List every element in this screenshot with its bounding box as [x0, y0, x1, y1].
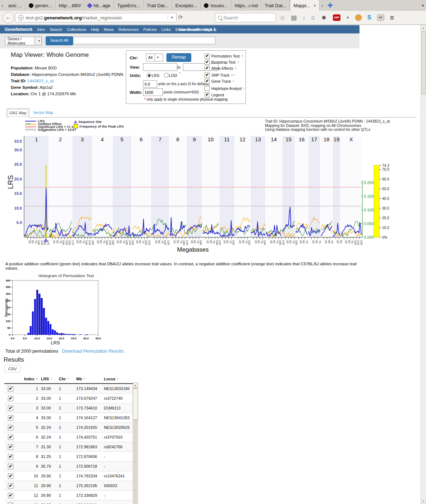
table-row[interactable]: ✔1328.251172.066941- [4, 500, 133, 504]
nav-item-search[interactable]: Search [50, 27, 62, 32]
checkbox[interactable]: ✔ [205, 60, 210, 65]
tab-scroll-right-icon[interactable]: › [320, 0, 325, 11]
option-snp-track[interactable]: ✔SNP Track? * [205, 73, 235, 78]
browser-search-field[interactable]: Search [215, 13, 276, 22]
yaxis-units-input[interactable] [143, 80, 157, 88]
column-header-lrs[interactable]: LRS▲▼ [38, 377, 55, 381]
scroll-up-icon[interactable]: ▲ [133, 382, 138, 388]
tab-scroll-left-icon[interactable]: ‹ [0, 0, 5, 11]
back-button[interactable]: ← [3, 12, 14, 23]
row-checkbox[interactable]: ✔ [8, 493, 13, 498]
download-icon[interactable]: ↓ [302, 14, 306, 21]
table-row[interactable]: ✔930.791172.606718- [4, 462, 133, 471]
row-checkbox[interactable]: ✔ [8, 473, 13, 479]
column-header-chr[interactable]: Chr▲▼ [55, 377, 71, 381]
row-checkbox[interactable]: ✔ [8, 503, 13, 504]
nav-item-intro[interactable]: Intro [37, 27, 45, 32]
chat-icon[interactable]: ☻ [321, 14, 327, 21]
search-category-select[interactable]: Genes / Molecules ▼ [5, 37, 42, 45]
checkbox[interactable]: ✔ [205, 92, 210, 97]
selenium-addon-icon[interactable]: se [377, 14, 384, 21]
browser-tab[interactable]: htt...age [84, 0, 114, 11]
table-row[interactable]: ✔632.241174.420751rs3707910 [4, 432, 133, 442]
units-radio-lrs[interactable] [147, 73, 151, 78]
checkbox[interactable]: ✔ [205, 79, 210, 84]
cookie-addon-icon[interactable] [355, 14, 362, 21]
remap-button[interactable]: Remap [166, 53, 191, 62]
tab-list-caret-icon[interactable]: ▾ [422, 0, 424, 11]
tab-vector-map[interactable]: Vector Map [33, 110, 53, 115]
row-checkbox[interactable]: ✔ [8, 444, 13, 450]
nav-item-links[interactable]: Links [161, 27, 171, 32]
trait-id-link[interactable]: 1443823_s_at [26, 79, 54, 83]
sort-icon[interactable]: ▲▼ [50, 377, 52, 380]
sort-icon[interactable]: ▲▼ [83, 377, 85, 380]
bookmark-star-icon[interactable]: ☆ [280, 14, 285, 22]
gn-search-input[interactable] [73, 37, 215, 44]
nav-item-policies[interactable]: Policies [143, 27, 157, 32]
sort-asc-icon[interactable]: ▲ [36, 377, 38, 380]
browser-tab[interactable]: Issues... [201, 0, 231, 11]
nav-item-news[interactable]: News [104, 27, 114, 32]
sort-icon[interactable]: ▲▼ [116, 377, 119, 380]
row-checkbox[interactable]: ✔ [8, 396, 13, 401]
option-gene-track[interactable]: ✔Gene Track* [205, 79, 234, 84]
search-all-button[interactable]: Search All [46, 36, 73, 45]
table-row[interactable]: ✔1229.801172.336829- [4, 491, 133, 500]
table-row[interactable]: ✔1129.901175.262195930923 [4, 481, 133, 491]
table-scrollbar[interactable]: ▲ [133, 382, 138, 504]
url-bar[interactable]: test-gn2.genenetwork.org/marker_regressi… [15, 13, 177, 22]
column-header-locus[interactable]: Locus▲▼ [99, 377, 132, 381]
checkbox[interactable]: ✔ [205, 73, 210, 78]
option-legend[interactable]: ✔Legend [205, 92, 224, 97]
clipboard-icon[interactable]: ▤ [291, 14, 297, 22]
units-radio-lod[interactable] [164, 73, 169, 78]
gn-brand[interactable]: GeneNetwork [5, 27, 32, 32]
scrollbar-thumb[interactable] [133, 388, 138, 420]
browser-tab[interactable]: asic ... [5, 0, 26, 11]
browser-tab[interactable]: Exceptio... [172, 0, 201, 11]
row-checkbox[interactable]: ✔ [8, 464, 13, 469]
chr-select[interactable]: All ▼ [146, 54, 163, 61]
chevron-down-icon[interactable]: ▼ [35, 37, 41, 45]
reload-button[interactable]: ⟳ [178, 14, 183, 20]
browser-tab[interactable]: http:...880/ [56, 0, 84, 11]
row-checkbox[interactable]: ✔ [8, 425, 13, 430]
home-icon[interactable]: ⌂ [311, 14, 315, 21]
scroll-up-icon[interactable]: ▲ [421, 25, 426, 31]
scroll-down-icon[interactable]: ▼ [421, 499, 426, 504]
row-checkbox[interactable]: ✔ [8, 386, 13, 391]
chevron-down-icon[interactable]: ▼ [155, 54, 163, 61]
s-addon-icon[interactable]: S [367, 14, 371, 21]
adblock-icon[interactable]: ABP [333, 14, 340, 21]
browser-tab[interactable]: TypeErro... [114, 0, 144, 11]
browser-tab[interactable]: genen... [26, 0, 56, 11]
option-permutation-test[interactable]: ✔Permutation Test? [205, 54, 243, 59]
width-input[interactable] [143, 88, 163, 96]
adblock-caret-icon[interactable]: ▼ [346, 16, 349, 19]
new-tab-button[interactable]: ✚ [325, 0, 335, 11]
row-checkbox[interactable]: ✔ [8, 406, 13, 411]
table-row[interactable]: ✔133.001173.149434NES13033186 [4, 384, 133, 394]
table-row[interactable]: ✔333.001173.734610D1Mit113 [4, 403, 133, 413]
menu-icon[interactable]: ≡ [390, 14, 394, 21]
checkbox[interactable]: ✔ [205, 66, 210, 71]
browser-tab[interactable]: Trait Dat... [261, 0, 290, 11]
browser-tab[interactable]: Mappi...× [290, 0, 320, 11]
sort-icon[interactable]: ▲▼ [67, 377, 69, 380]
tab-gn1-map[interactable]: GN1 Map [6, 108, 29, 118]
window-scrollbar[interactable]: ▲ ▼ [421, 25, 426, 504]
column-header-mb[interactable]: Mb▲▼ [71, 377, 99, 381]
close-icon[interactable]: × [313, 3, 316, 8]
view-from-input[interactable] [143, 63, 177, 71]
browser-tab[interactable]: https...r.md [232, 0, 261, 11]
option-bootstrap-test[interactable]: ✔Bootstrap Test? [205, 60, 239, 65]
row-checkbox[interactable]: ✔ [8, 415, 13, 421]
nav-item-references[interactable]: References [118, 27, 138, 32]
nav-item-collections[interactable]: Collections [67, 27, 86, 32]
checkbox[interactable]: ✔ [205, 54, 210, 59]
option-allele-effects[interactable]: ✔Allele Effects? [205, 66, 237, 71]
row-checkbox[interactable]: ✔ [8, 483, 13, 489]
column-header-index[interactable]: Index▲ [18, 377, 38, 381]
row-checkbox[interactable]: ✔ [8, 454, 13, 459]
